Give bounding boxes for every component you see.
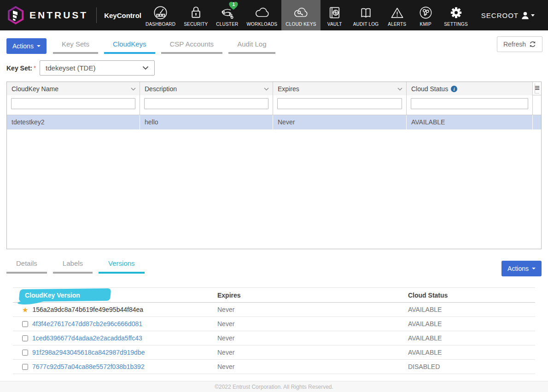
column-header-cloud-status: Cloud Status: [408, 292, 535, 299]
tab-versions[interactable]: Versions: [99, 257, 145, 274]
column-header-expires[interactable]: Expires: [273, 82, 407, 95]
version-expires: Never: [217, 349, 408, 356]
cloudkeys-grid-header: CloudKey Name Description Expires Cloud …: [7, 82, 541, 95]
caret-down-icon: [37, 45, 41, 47]
brand-product: KeyControl: [104, 12, 141, 19]
column-menu-chevron-icon[interactable]: [131, 88, 136, 91]
expires-filter-input[interactable]: [277, 98, 402, 109]
book-icon: [358, 4, 373, 21]
user-menu[interactable]: SECROOT: [481, 0, 535, 30]
copyright-text: ©2022 Entrust Corporation. All Rights Re…: [215, 384, 333, 390]
column-header-expires: Expires: [217, 292, 408, 299]
column-header-description[interactable]: Description: [140, 82, 273, 95]
column-header-cloud-status[interactable]: Cloud Status i: [407, 82, 533, 95]
brand: ENTRUST KeyControl: [0, 0, 141, 30]
current-version-star-icon: ★: [22, 306, 28, 313]
nav-item-workloads[interactable]: WORKLOADS: [242, 0, 281, 30]
tab-audit-log[interactable]: Audit Log: [228, 36, 275, 54]
cloudkey-expires-cell: Never: [273, 115, 407, 129]
tab-csp-accounts[interactable]: CSP Accounts: [161, 36, 223, 54]
detail-tabs: Details Labels Versions: [6, 257, 542, 274]
refresh-icon: [529, 41, 536, 48]
cloudkey-description-cell: hello: [140, 115, 273, 129]
tab-key-sets[interactable]: Key Sets: [53, 36, 98, 54]
version-row: 7677c92d57a04ca88e5572f038b1b392 Never D…: [13, 360, 535, 374]
cloudkey-name-filter-input[interactable]: [11, 98, 135, 109]
nav-item-audit-log[interactable]: AUDIT LOG: [349, 0, 383, 30]
nav-item-security[interactable]: SECURITY: [180, 0, 212, 30]
version-expires: Never: [217, 306, 408, 313]
nav-item-dashboard[interactable]: DASHBOARD: [141, 0, 180, 30]
column-menu-chevron-icon[interactable]: [397, 88, 402, 91]
version-checkbox[interactable]: [22, 350, 28, 356]
key-set-row: Key Set: * tdekeyset (TDE): [0, 54, 548, 82]
version-status: AVAILABLE: [408, 320, 535, 328]
cloud-icon: [254, 4, 270, 21]
cluster-health-badge: 1: [228, 1, 239, 10]
cloud-key-icon: [292, 4, 309, 21]
key-set-selected-value: tdekeyset (TDE): [46, 64, 95, 72]
version-link[interactable]: 1ced6396677d4adaa2e2acadda5ffc43: [32, 334, 142, 342]
version-row: 4f3f4e27617c47dd87cb2e96c666d081 Never A…: [13, 317, 535, 331]
versions-table: CloudKey Version Expires Cloud Status ★ …: [13, 287, 535, 374]
versions-table-header: CloudKey Version Expires Cloud Status: [13, 287, 535, 303]
version-checkbox[interactable]: [22, 364, 28, 370]
nav-item-kmip[interactable]: KMIP: [411, 0, 440, 30]
nav-menu: DASHBOARD SECURITY: [141, 0, 472, 30]
nav-item-vault[interactable]: VAULT: [321, 0, 349, 30]
brand-name: ENTRUST: [29, 10, 88, 21]
column-header-cloudkey-name[interactable]: CloudKey Name: [7, 82, 140, 95]
column-header-cloudkey-version: CloudKey Version: [25, 292, 80, 299]
cloudkeys-grid: CloudKey Name Description Expires Cloud …: [6, 82, 542, 249]
version-checkbox[interactable]: [22, 335, 28, 341]
version-status: DISABLED: [408, 363, 535, 370]
nav-item-settings[interactable]: SETTINGS: [440, 0, 472, 30]
version-status: AVAILABLE: [408, 334, 535, 342]
column-menu-chevron-icon[interactable]: [264, 88, 269, 91]
nav-item-cloud-keys[interactable]: CLOUD KEYS: [281, 0, 320, 30]
version-expires: Never: [217, 320, 408, 328]
chevron-down-icon: [531, 14, 535, 17]
select-chevron-icon: [142, 66, 149, 70]
required-asterisk: *: [34, 64, 36, 71]
key-set-select[interactable]: tdekeyset (TDE): [40, 60, 155, 76]
grid-menu-icon[interactable]: ≡: [535, 83, 539, 94]
tab-details[interactable]: Details: [6, 257, 47, 274]
info-icon[interactable]: i: [451, 86, 457, 92]
version-id: 156a2a9dc8a74b619fe49e95b44f84ea: [32, 306, 143, 313]
tab-cloudkeys[interactable]: CloudKeys: [104, 36, 155, 54]
version-row: 1ced6396677d4adaa2e2acadda5ffc43 Never A…: [13, 331, 535, 345]
grid-menu-cell: ≡: [533, 82, 541, 95]
gear-icon: [449, 4, 464, 21]
footer: ©2022 Entrust Corporation. All Rights Re…: [0, 381, 548, 392]
nav-item-alerts[interactable]: ALERTS: [383, 0, 411, 30]
entrust-logo-icon: [6, 5, 25, 25]
cloudkey-row-selected[interactable]: tdetestkey2 hello Never AVAILABLE: [7, 115, 541, 129]
cloudkeys-toolbar: Actions Key Sets CloudKeys CSP Accounts …: [0, 30, 548, 54]
nav-item-cluster[interactable]: 1 CLUSTER: [212, 0, 242, 30]
version-link[interactable]: 4f3f4e27617c47dd87cb2e96c666d081: [32, 320, 142, 328]
detail-section: Details Labels Versions Actions CloudKey…: [0, 249, 548, 374]
cloudkeys-tabs: Key Sets CloudKeys CSP Accounts Audit Lo…: [53, 36, 281, 54]
description-filter-input[interactable]: [144, 98, 268, 109]
version-link[interactable]: 7677c92d57a04ca88e5572f038b1b392: [32, 363, 145, 370]
versions-actions-dropdown-button[interactable]: Actions: [501, 261, 542, 276]
versions-table-body: ★ 156a2a9dc8a74b619fe49e95b44f84ea Never…: [13, 303, 535, 374]
version-row: ★ 156a2a9dc8a74b619fe49e95b44f84ea Never…: [13, 303, 535, 317]
dashboard-icon: [153, 4, 168, 21]
lock-icon: [188, 4, 204, 21]
refresh-button[interactable]: Refresh: [497, 36, 542, 52]
cloudkey-name-cell: tdetestkey2: [7, 115, 140, 129]
version-link[interactable]: 91f298a2943045618ca842987d919dbe: [32, 349, 145, 356]
tab-labels[interactable]: Labels: [53, 257, 93, 274]
alert-triangle-icon: [390, 4, 405, 21]
key-set-label: Key Set:: [6, 64, 32, 72]
version-checkbox[interactable]: [22, 321, 28, 327]
cloudkeys-grid-filter-row: [7, 95, 541, 115]
user-name: SECROOT: [481, 12, 519, 19]
version-status: AVAILABLE: [408, 306, 535, 313]
cloud-status-filter-input[interactable]: [411, 98, 528, 109]
actions-dropdown-button[interactable]: Actions: [6, 38, 47, 54]
vault-icon: [327, 4, 342, 21]
version-row: 91f298a2943045618ca842987d919dbe Never A…: [13, 345, 535, 360]
